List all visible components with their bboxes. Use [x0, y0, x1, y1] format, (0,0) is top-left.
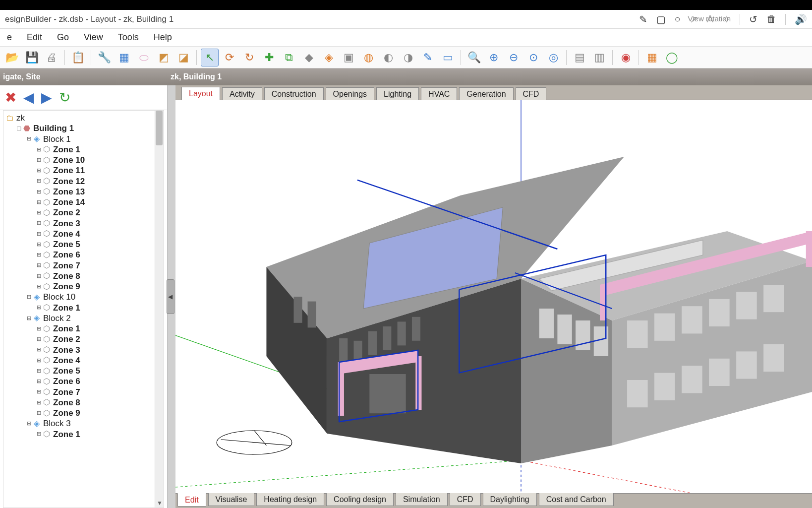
tree-node-zone[interactable]: ⊞⬡Zone 5	[4, 366, 163, 376]
menu-view[interactable]: View	[81, 31, 106, 44]
tab-top-cfd[interactable]: CFD	[516, 87, 547, 100]
array-icon[interactable]: ⧉	[280, 49, 298, 66]
undo-icon[interactable]: ↺	[749, 13, 757, 25]
open-icon[interactable]: 📂	[3, 49, 21, 66]
tree-node-zone[interactable]: ⊞⬡Zone 8	[4, 397, 163, 408]
pencil-icon[interactable]: ✎	[639, 13, 647, 25]
tree-forward-icon[interactable]: ▶	[41, 89, 52, 106]
tab-bottom-cfd[interactable]: CFD	[450, 493, 481, 506]
tree-node-zone[interactable]: ⊞⬡Zone 6	[4, 250, 163, 260]
circletool-icon[interactable]: ◎	[544, 49, 562, 66]
circle-icon[interactable]: ○	[675, 13, 681, 25]
tree-node-block[interactable]: ⊟◈Block 10	[4, 292, 163, 302]
shade-icon[interactable]: ◈	[320, 49, 338, 66]
tab-bottom-cost-and-carbon[interactable]: Cost and Carbon	[539, 493, 614, 506]
site-tree[interactable]: 🗀zk▢⬣Building 1⊟◈Block 1⊞⬡Zone 1⊞⬡Zone 1…	[3, 111, 164, 442]
tree-refresh-icon[interactable]: ↻	[59, 89, 70, 106]
print-icon[interactable]: 🖨	[43, 49, 60, 66]
tab-bottom-daylighting[interactable]: Daylighting	[483, 493, 537, 506]
tab-top-activity[interactable]: Activity	[222, 87, 262, 100]
panel2-icon[interactable]: ▥	[590, 49, 608, 66]
zoom-icon[interactable]: 🔍	[465, 49, 483, 66]
lca-icon[interactable]: ◯	[663, 49, 681, 66]
tree-node-zone[interactable]: ⊞⬡Zone 5	[4, 239, 163, 250]
rotate-icon[interactable]: ⟳	[221, 49, 238, 66]
square-icon[interactable]: ▢	[656, 13, 666, 25]
tab-bottom-edit[interactable]: Edit	[177, 493, 206, 507]
zoomin-icon[interactable]: ⊕	[485, 49, 503, 66]
scroll-thumb[interactable]	[156, 111, 163, 145]
tree-node-zone[interactable]: ⊞⬡Zone 3	[4, 218, 163, 229]
panel1-icon[interactable]: ▤	[571, 49, 588, 66]
tree-node-zone[interactable]: ⊞⬡Zone 9	[4, 408, 163, 418]
splitter-grip[interactable]	[167, 279, 174, 314]
tree-node-block[interactable]: ⊟◈Block 2	[4, 313, 163, 323]
eraser-icon[interactable]: ⬭	[135, 49, 153, 66]
block-dup-icon[interactable]: ◪	[174, 49, 192, 66]
tree-node-zone[interactable]: ⊞⬡Zone 14	[4, 197, 163, 207]
tree-node-zone[interactable]: ⊞⬡Zone 7	[4, 387, 163, 397]
tree-node-zone[interactable]: ⊞⬡Zone 13	[4, 187, 163, 197]
tree-node-zone[interactable]: ⊞⬡Zone 4	[4, 229, 163, 239]
tab-top-layout[interactable]: Layout	[181, 87, 220, 100]
zoomfit-icon[interactable]: ⊙	[524, 49, 542, 66]
tab-top-openings[interactable]: Openings	[326, 87, 375, 100]
tab-top-lighting[interactable]: Lighting	[376, 87, 419, 100]
rect-blue-icon[interactable]: ▭	[439, 49, 457, 66]
splitter[interactable]	[168, 85, 175, 508]
wrench-icon[interactable]: 🔧	[95, 49, 113, 66]
clipboard-icon[interactable]: 📋	[69, 49, 87, 66]
tree-node-zone[interactable]: ⊞⬡Zone 9	[4, 281, 163, 292]
tab-top-construction[interactable]: Construction	[264, 87, 324, 100]
tree-node-zone[interactable]: ⊞⬡Zone 1	[4, 144, 163, 155]
tab-top-generation[interactable]: Generation	[459, 87, 513, 100]
frame-icon[interactable]: ▣	[340, 49, 357, 66]
menu-edit[interactable]: Edit	[24, 31, 45, 44]
model-viewport[interactable]	[175, 100, 812, 493]
tree-back-icon[interactable]: ◀	[23, 89, 34, 106]
grid-icon[interactable]: ▦	[115, 49, 133, 66]
tree-node-zone[interactable]: ⊞⬡Zone 1	[4, 303, 163, 313]
scroll-down-icon[interactable]: ▼	[157, 500, 163, 507]
half-icon[interactable]: ◐	[379, 49, 397, 66]
check-icon[interactable]: ▦	[643, 49, 661, 66]
tree-node-building[interactable]: ▢⬣Building 1	[4, 123, 163, 133]
diamond-icon[interactable]: ◆	[300, 49, 318, 66]
tab-bottom-heating-design[interactable]: Heating design	[256, 493, 324, 506]
tree-node-zone[interactable]: ⊞⬡Zone 3	[4, 345, 163, 355]
tree-node-zone[interactable]: ⊞⬡Zone 2	[4, 334, 163, 344]
edit-icon[interactable]: ✎	[419, 49, 437, 66]
tree-node-site[interactable]: 🗀zk	[4, 113, 163, 123]
tab-top-hvac[interactable]: HVAC	[421, 87, 457, 100]
select-icon[interactable]: ↖	[201, 49, 219, 66]
menu-e[interactable]: e	[4, 31, 15, 44]
block-add-icon[interactable]: ◩	[155, 49, 173, 66]
tree-node-zone[interactable]: ⊞⬡Zone 10	[4, 155, 163, 165]
tab-bottom-cooling-design[interactable]: Cooling design	[326, 493, 394, 506]
tree-node-zone[interactable]: ⊞⬡Zone 1	[4, 429, 163, 440]
tree-node-zone[interactable]: ⊞⬡Zone 1	[4, 323, 163, 334]
tree-node-zone[interactable]: ⊞⬡Zone 4	[4, 355, 163, 366]
tree-node-zone[interactable]: ⊞⬡Zone 11	[4, 165, 163, 176]
tree-node-zone[interactable]: ⊞⬡Zone 8	[4, 271, 163, 281]
tree-scrollbar[interactable]: ▲ ▼	[155, 111, 164, 508]
tree-node-zone[interactable]: ⊞⬡Zone 12	[4, 176, 163, 187]
zoomout-icon[interactable]: ⊖	[505, 49, 522, 66]
tree-delete-icon[interactable]: ✖	[5, 89, 16, 106]
target-icon[interactable]: ◉	[617, 49, 635, 66]
menu-help[interactable]: Help	[151, 31, 175, 44]
tree-node-zone[interactable]: ⊞⬡Zone 2	[4, 207, 163, 218]
tab-bottom-simulation[interactable]: Simulation	[396, 493, 448, 506]
orbit-icon[interactable]: ↻	[240, 49, 258, 66]
tree-node-block[interactable]: ⊟◈Block 1	[4, 134, 163, 144]
menu-go[interactable]: Go	[54, 31, 72, 44]
trash-icon[interactable]: 🗑	[766, 13, 776, 25]
cylinder-icon[interactable]: ◍	[359, 49, 377, 66]
menu-tools[interactable]: Tools	[115, 31, 142, 44]
tab-bottom-visualise[interactable]: Visualise	[208, 493, 255, 506]
copyobj-icon[interactable]: ◑	[399, 49, 417, 66]
tree-node-block[interactable]: ⊟◈Block 3	[4, 418, 163, 429]
save-icon[interactable]: 💾	[23, 49, 41, 66]
speaker-icon[interactable]: 🔊	[795, 13, 807, 25]
tree-node-zone[interactable]: ⊞⬡Zone 7	[4, 260, 163, 271]
